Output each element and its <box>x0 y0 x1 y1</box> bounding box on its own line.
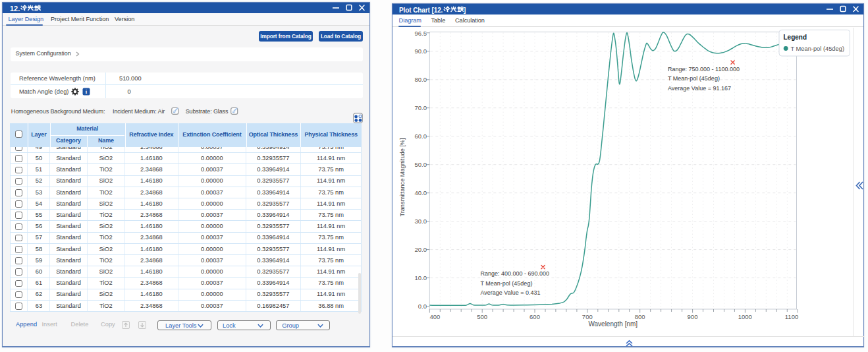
svg-text:90.0: 90.0 <box>415 47 427 55</box>
svg-text:80.0: 80.0 <box>415 76 427 83</box>
svg-text:Wavelength [nm]: Wavelength [nm] <box>588 320 637 328</box>
svg-text:Average Value = 91.167: Average Value = 91.167 <box>668 85 731 92</box>
svg-text:900: 900 <box>688 313 698 320</box>
svg-text:40.0: 40.0 <box>415 189 427 196</box>
svg-text:800: 800 <box>635 313 645 320</box>
svg-text:Average Value = 0.431: Average Value = 0.431 <box>481 289 541 296</box>
svg-text:600: 600 <box>529 313 540 320</box>
svg-text:1100: 1100 <box>785 313 798 320</box>
svg-text:20.0: 20.0 <box>415 246 427 253</box>
svg-text:50.0: 50.0 <box>415 161 427 168</box>
svg-text:Range: 400.000 - 690.000: Range: 400.000 - 690.000 <box>481 270 550 277</box>
svg-text:T Mean-pol (45deg): T Mean-pol (45deg) <box>668 75 720 82</box>
svg-text:0.0: 0.0 <box>418 303 427 310</box>
svg-text:Plot Chart [12.: Plot Chart [12. <box>399 7 443 14</box>
svg-text:Legend: Legend <box>784 34 807 41</box>
svg-text:70.0: 70.0 <box>415 104 427 111</box>
svg-text:96.5: 96.5 <box>415 30 427 37</box>
svg-text:10.0: 10.0 <box>415 274 427 281</box>
svg-text:60.0: 60.0 <box>415 132 427 140</box>
svg-text:500: 500 <box>477 313 487 320</box>
svg-text:700: 700 <box>582 313 593 320</box>
svg-text:400: 400 <box>430 313 441 320</box>
svg-text:]: ] <box>464 7 466 14</box>
svg-text:1000: 1000 <box>738 313 752 320</box>
svg-text:T Mean-pol (45deg): T Mean-pol (45deg) <box>791 45 844 52</box>
svg-text:30.0: 30.0 <box>415 218 427 225</box>
svg-text:Range: 750.000 - 1100.000: Range: 750.000 - 1100.000 <box>668 66 740 73</box>
svg-text:Transmittance Magnitude [%]: Transmittance Magnitude [%] <box>399 138 406 216</box>
svg-text:T Mean-pol (45deg): T Mean-pol (45deg) <box>481 280 533 287</box>
